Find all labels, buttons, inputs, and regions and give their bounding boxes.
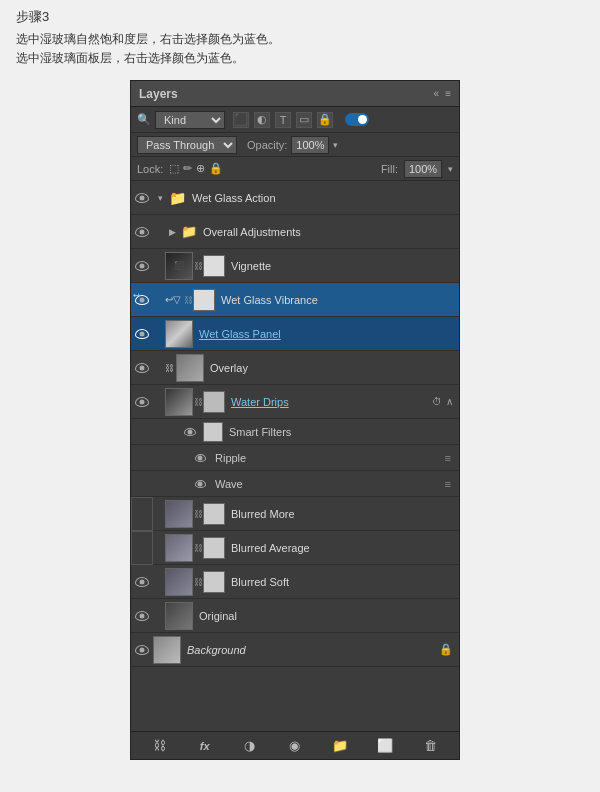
filter-options-icon[interactable]: ≡ — [445, 478, 451, 490]
eye-icon — [135, 193, 149, 203]
link-layers-button[interactable]: ⛓ — [149, 735, 171, 757]
layer-row[interactable]: ▶ 📁 Overall Adjustments — [131, 215, 459, 249]
layer-row[interactable]: Original — [131, 599, 459, 633]
layer-mask-thumbnail — [203, 391, 225, 413]
visibility-icon[interactable] — [131, 385, 153, 419]
expand-icon[interactable]: ▶ — [165, 227, 179, 237]
instructions-area: 步骤3 选中湿玻璃自然饱和度层，右击选择颜色为蓝色。 选中湿玻璃面板层，右击选择… — [0, 0, 600, 74]
layer-thumbnail — [165, 602, 193, 630]
group-layers-button[interactable]: 📁 — [329, 735, 351, 757]
layer-row[interactable]: Background 🔒 — [131, 633, 459, 667]
collapse-icon[interactable]: « — [434, 88, 440, 99]
visibility-icon[interactable] — [181, 419, 199, 445]
smart-filter-mask — [203, 422, 223, 442]
visibility-icon[interactable] — [131, 565, 153, 599]
lock-all-icon[interactable]: 🔒 — [209, 162, 223, 175]
eye-icon — [135, 363, 149, 373]
visibility-icon[interactable]: ↩ — [131, 283, 153, 317]
visibility-icon[interactable] — [131, 215, 153, 249]
kind-filter-icons: ⬛ ◐ T ▭ 🔒 — [233, 112, 333, 128]
visibility-icon[interactable] — [131, 181, 153, 215]
visibility-icon[interactable] — [131, 249, 153, 283]
expand-icon[interactable]: ∧ — [446, 396, 453, 407]
step-desc-2: 选中湿玻璃面板层，右击选择颜色为蓝色。 — [16, 49, 584, 68]
layer-thumbnail — [165, 500, 193, 528]
adjust-filter-icon[interactable]: ◐ — [254, 112, 270, 128]
opacity-value[interactable]: 100% — [291, 136, 329, 154]
layer-row[interactable]: ⛓ Blurred More — [131, 497, 459, 531]
chain-icon: ⛓ — [193, 576, 203, 588]
layer-row[interactable]: ⛓ Blurred Soft — [131, 565, 459, 599]
filter-name: Ripple — [215, 452, 246, 464]
visibility-icon[interactable] — [131, 351, 153, 385]
folder-icon: 📁 — [169, 190, 186, 206]
delete-layer-button[interactable]: 🗑 — [419, 735, 441, 757]
lock-position-icon[interactable]: ✏ — [183, 162, 192, 175]
new-layer-button[interactable]: ⬜ — [374, 735, 396, 757]
fill-chevron[interactable]: ▾ — [448, 164, 453, 174]
layer-row[interactable]: ▾ 📁 Wet Glass Action — [131, 181, 459, 215]
layer-name: Original — [199, 610, 459, 622]
type-filter-icon[interactable]: T — [275, 112, 291, 128]
layer-row[interactable]: ↩ ↩▽ ⛓ Wet Glass Vibrance — [131, 283, 459, 317]
adjustment-layer-button[interactable]: ◉ — [284, 735, 306, 757]
layer-right-icons: ⏱ ∧ — [432, 396, 453, 407]
chain-icon: ⛓ — [193, 396, 203, 408]
lock-artboard-icon[interactable]: ⊕ — [196, 162, 205, 175]
layer-name: Wet Glass Panel — [199, 328, 459, 340]
layer-name: Overlay — [210, 362, 459, 374]
panel-title: Layers — [139, 87, 178, 101]
layer-thumbnail — [176, 354, 204, 382]
kind-select[interactable]: Kind — [155, 111, 225, 129]
layer-thumbnail — [153, 636, 181, 664]
eye-icon — [195, 480, 206, 488]
visibility-icon[interactable] — [191, 471, 209, 497]
visibility-icon[interactable] — [191, 445, 209, 471]
smart-filters-label: Smart Filters — [229, 426, 459, 438]
layer-thumbnail: ⬛ — [165, 252, 193, 280]
eye-icon — [184, 428, 196, 436]
layer-row[interactable]: Wet Glass Panel — [131, 317, 459, 351]
layer-thumbnail — [193, 289, 215, 311]
chain-icon: ⛓ — [193, 542, 203, 554]
layer-mask-thumbnail — [203, 255, 225, 277]
filter-toggle[interactable] — [345, 113, 369, 126]
shape-filter-icon[interactable]: ▭ — [296, 112, 312, 128]
pixel-filter-icon[interactable]: ⬛ — [233, 112, 249, 128]
layer-name: Blurred Soft — [231, 576, 459, 588]
layer-row[interactable]: ⛓ Blurred Average — [131, 531, 459, 565]
filter-options-icon[interactable]: ≡ — [445, 452, 451, 464]
layer-name: Blurred More — [231, 508, 459, 520]
visibility-icon[interactable] — [131, 599, 153, 633]
fill-label: Fill: — [381, 163, 398, 175]
smart-filter-icon[interactable]: 🔒 — [317, 112, 333, 128]
layers-list: ▾ 📁 Wet Glass Action ▶ 📁 Overall Adjustm… — [131, 181, 459, 667]
layer-row[interactable]: ⬛ ⛓ Vignette — [131, 249, 459, 283]
add-fx-button[interactable]: fx — [194, 735, 216, 757]
chain-icon: ⛓ — [183, 294, 193, 306]
layer-thumbnail — [165, 568, 193, 596]
time-icon: ⏱ — [432, 396, 442, 407]
filter-row[interactable]: Wave ≡ — [131, 471, 459, 497]
fill-value[interactable]: 100% — [404, 160, 442, 178]
visibility-icon[interactable] — [131, 633, 153, 667]
filter-row[interactable]: Ripple ≡ — [131, 445, 459, 471]
layer-thumbnail — [165, 320, 193, 348]
smart-filters-row: Smart Filters — [131, 419, 459, 445]
lock-pixels-icon[interactable]: ⬚ — [169, 162, 179, 175]
opacity-chevron[interactable]: ▾ — [333, 140, 338, 150]
step-desc-1: 选中湿玻璃自然饱和度层，右击选择颜色为蓝色。 — [16, 30, 584, 49]
expand-icon[interactable]: ▾ — [153, 193, 167, 203]
panel-menu-icon[interactable]: ≡ — [445, 88, 451, 99]
eye-icon — [135, 397, 149, 407]
lock-row: Lock: ⬚ ✏ ⊕ 🔒 Fill: 100% ▾ — [131, 157, 459, 181]
layer-row[interactable]: ⛓ Water Drips ⏱ ∧ — [131, 385, 459, 419]
opacity-label: Opacity: — [247, 139, 287, 151]
layer-name: Vignette — [231, 260, 459, 272]
blend-mode-select[interactable]: Pass Through — [137, 136, 237, 154]
layer-row[interactable]: ⛓ Overlay — [131, 351, 459, 385]
visibility-icon[interactable] — [131, 317, 153, 351]
visibility-placeholder — [131, 497, 153, 531]
add-mask-button[interactable]: ◑ — [239, 735, 261, 757]
layer-thumbnail — [165, 534, 193, 562]
